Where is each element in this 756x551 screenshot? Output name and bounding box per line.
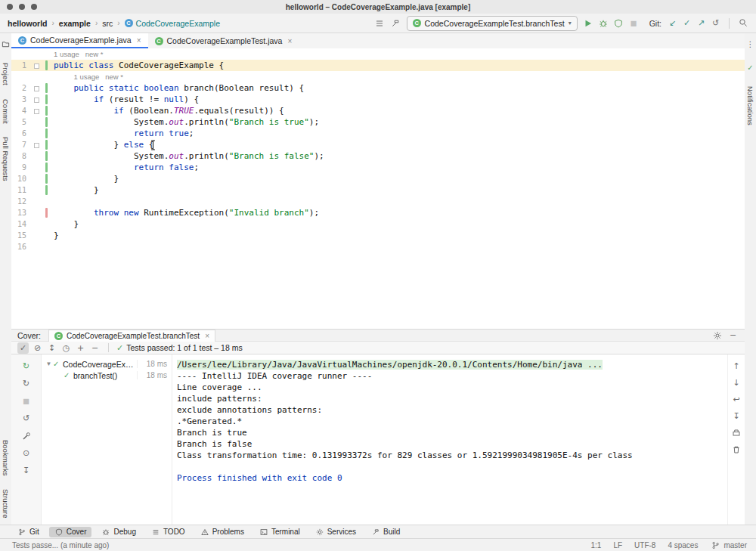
fold-marker[interactable]: [34, 86, 39, 91]
line-number[interactable]: 8: [11, 150, 28, 162]
tool-window-button-git[interactable]: Git: [12, 527, 45, 537]
breadcrumb-item-src[interactable]: src: [102, 19, 113, 28]
fold-marker[interactable]: [34, 98, 39, 103]
tool-window-button-pull-requests[interactable]: Pull Requests: [2, 137, 10, 181]
coverage-marker[interactable]: [45, 151, 48, 161]
hide-panel-icon[interactable]: ─: [727, 330, 739, 341]
rerun-icon[interactable]: ↻: [20, 361, 32, 372]
editor-tab-codecoverageexample-java[interactable]: CCodeCoverageExample.java×: [11, 33, 148, 48]
tool-window-button-notifications[interactable]: Notifications: [746, 86, 754, 125]
code-text[interactable]: System.out.println("Branch is true");: [51, 116, 319, 128]
code-text[interactable]: } else {: [51, 139, 153, 150]
navigation-list-icon[interactable]: [374, 17, 386, 29]
sort-by-duration-icon[interactable]: ◷: [60, 342, 72, 354]
inlay-hint[interactable]: 1 usage new *: [51, 71, 123, 82]
test-tree-item[interactable]: ✓branchTest()18 ms: [42, 370, 172, 381]
status-widget-1-1[interactable]: 1:1: [590, 541, 601, 549]
test-tree-item[interactable]: ▼✓CodeCoverageExampleTest18 ms: [42, 358, 172, 370]
search-icon[interactable]: [737, 17, 748, 29]
code-text[interactable]: return false;: [51, 162, 199, 173]
settings-gear-icon[interactable]: [711, 330, 723, 341]
breadcrumb-item-codecoverageexample[interactable]: CCodeCoverageExample: [125, 19, 220, 28]
line-number[interactable]: 12: [11, 196, 28, 207]
show-ignored-filter-icon[interactable]: ⊘: [32, 342, 43, 354]
status-widget-utf-8[interactable]: UTF-8: [634, 541, 655, 549]
fold-marker[interactable]: [34, 143, 39, 148]
coverage-marker[interactable]: [45, 60, 48, 70]
code-editor[interactable]: 1 usage new *1public class CodeCoverageE…: [11, 48, 745, 329]
code-text[interactable]: [51, 196, 59, 207]
scroll-down-icon[interactable]: ↓: [731, 377, 742, 388]
line-number[interactable]: 2: [11, 82, 28, 94]
tool-window-button-debug[interactable]: Debug: [96, 527, 141, 537]
close-tab-icon[interactable]: ×: [287, 37, 292, 45]
code-text[interactable]: System.out.println("Branch is false");: [51, 150, 324, 162]
code-text[interactable]: [51, 241, 59, 252]
coverage-marker[interactable]: [45, 185, 48, 195]
project-folder-icon[interactable]: [1, 39, 11, 49]
git-branch-widget[interactable]: master: [710, 540, 747, 551]
coverage-marker[interactable]: [45, 106, 48, 116]
status-widget-4-spaces[interactable]: 4 spaces: [668, 541, 698, 549]
tool-window-button-build[interactable]: Build: [366, 527, 405, 537]
soft-wrap-icon[interactable]: ↩: [731, 394, 742, 405]
tool-window-button-terminal[interactable]: Terminal: [254, 527, 305, 537]
coverage-result-tab[interactable]: C CodeCoverageExampleTest.branchTest ×: [48, 330, 215, 342]
coverage-marker[interactable]: [45, 94, 48, 104]
breadcrumb-item-example[interactable]: example: [59, 19, 91, 28]
tool-window-button-cover[interactable]: Cover: [49, 527, 92, 537]
code-text[interactable]: if (result != null) {: [51, 94, 199, 105]
editor-tab-codecoverageexampletest-java[interactable]: CCodeCoverageExampleTest.java×: [148, 33, 299, 48]
expand-all-icon[interactable]: +: [75, 342, 86, 354]
tool-window-button-structure[interactable]: Structure: [2, 489, 10, 518]
more-options-icon[interactable]: ⋮: [745, 39, 755, 49]
line-number[interactable]: 11: [11, 184, 28, 196]
line-number[interactable]: 14: [11, 218, 28, 230]
debug-button[interactable]: [598, 17, 609, 29]
coverage-marker[interactable]: [45, 140, 48, 150]
code-text[interactable]: }: [51, 184, 99, 196]
inlay-hint[interactable]: 1 usage new *: [51, 48, 104, 60]
close-tab-icon[interactable]: ×: [205, 332, 209, 340]
line-number[interactable]: 3: [11, 94, 28, 105]
run-config-selector[interactable]: C CodeCoverageExampleTest.branchTest ▾: [407, 16, 578, 31]
code-text[interactable]: }: [51, 230, 59, 241]
line-number[interactable]: 1: [11, 60, 28, 71]
line-number[interactable]: 15: [11, 230, 28, 241]
code-text[interactable]: if (Boolean.TRUE.equals(result)) {: [51, 105, 284, 116]
line-number[interactable]: 16: [11, 241, 28, 252]
fold-marker[interactable]: [34, 63, 39, 69]
chevron-down-icon[interactable]: ▼: [45, 361, 53, 367]
stop-icon[interactable]: ◼: [20, 395, 32, 407]
coverage-marker[interactable]: [45, 163, 48, 172]
settings-wrench-icon[interactable]: [20, 430, 32, 441]
fold-marker[interactable]: [34, 109, 39, 114]
commit-icon[interactable]: ✓: [681, 17, 692, 29]
line-number[interactable]: 7: [11, 139, 28, 150]
line-number[interactable]: [11, 71, 28, 82]
collapse-all-icon[interactable]: −: [89, 342, 101, 354]
coverage-marker[interactable]: [45, 174, 48, 184]
pin-icon[interactable]: ⊙: [20, 447, 32, 459]
rerun-failed-icon[interactable]: ↻: [20, 378, 32, 389]
code-text[interactable]: throw new RuntimeException("Invalid bran…: [51, 207, 319, 218]
line-number[interactable]: 5: [11, 116, 28, 128]
run-console[interactable]: /Users/lee/Library/Java/JavaVirtualMachi…: [172, 354, 727, 525]
coverage-marker[interactable]: [45, 208, 48, 218]
code-text[interactable]: }: [51, 173, 119, 184]
tool-window-button-todo[interactable]: TODO: [146, 527, 191, 537]
build-hammer-icon[interactable]: [390, 17, 401, 29]
tool-window-button-project[interactable]: Project: [2, 63, 10, 85]
status-widget-lf[interactable]: LF: [613, 541, 622, 549]
stop-button[interactable]: ◼: [628, 17, 640, 29]
status-message[interactable]: Tests passe... (a minute ago): [12, 541, 109, 549]
update-project-icon[interactable]: ↙: [667, 17, 678, 29]
code-text[interactable]: return true;: [51, 128, 194, 139]
line-number[interactable]: 10: [11, 173, 28, 184]
code-text[interactable]: }: [51, 218, 79, 230]
sort-alphabetically-icon[interactable]: ↕: [46, 342, 57, 354]
tool-window-button-bookmarks[interactable]: Bookmarks: [2, 440, 10, 476]
history-icon[interactable]: ↺: [710, 17, 721, 29]
tool-window-button-problems[interactable]: Problems: [195, 527, 249, 537]
coverage-marker[interactable]: [45, 128, 48, 138]
